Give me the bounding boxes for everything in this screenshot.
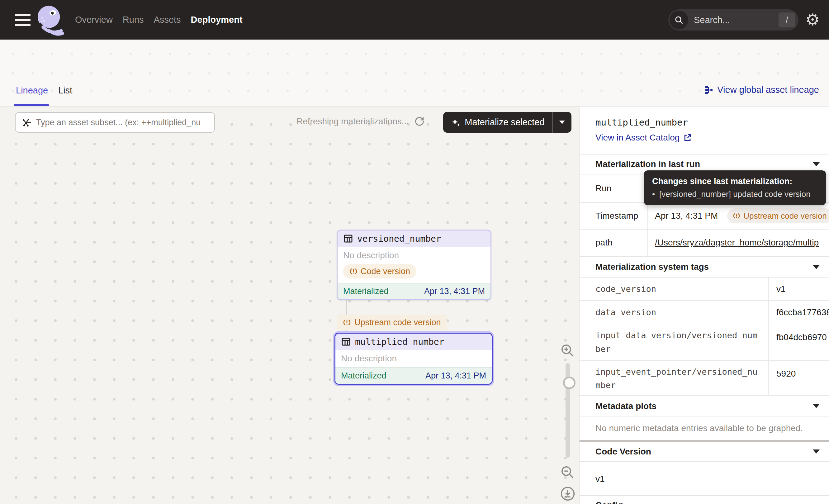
- dagster-logo-icon[interactable]: [34, 4, 67, 36]
- run-label: Run: [580, 174, 647, 202]
- asset-subset-input[interactable]: [36, 118, 209, 128]
- asset-node-body: No description: [335, 350, 492, 367]
- asset-subset-filter[interactable]: [15, 112, 215, 133]
- nav-item-assets[interactable]: Assets: [154, 15, 181, 25]
- upstream-code-version-badge[interactable]: Upstream code version: [337, 315, 447, 330]
- materialized-status: Materialized: [343, 287, 389, 296]
- caret-down-icon: [559, 120, 565, 124]
- upstream-code-version-pill[interactable]: Upstream code version: [727, 208, 829, 223]
- materialize-selected-label: Materialize selected: [465, 117, 544, 128]
- tag-key: code_version: [580, 278, 768, 300]
- nav-item-overview[interactable]: Overview: [75, 15, 113, 25]
- asset-node-body: No description Code version: [337, 247, 491, 283]
- code-version-icon: [350, 267, 358, 275]
- tag-value: f6ccba177638: [768, 301, 829, 324]
- metadata-plots-empty-text: No numeric metadata entries available to…: [596, 423, 803, 433]
- tag-key: input_event_pointer/versioned_number: [580, 361, 768, 396]
- refresh-icon[interactable]: [414, 116, 425, 127]
- graph-filter-icon: [21, 117, 32, 128]
- section-code-version[interactable]: Code Version: [580, 442, 829, 462]
- zoom-slider-handle[interactable]: [563, 376, 576, 389]
- section-header-label: Metadata plots: [596, 401, 656, 411]
- code-version-icon: [733, 212, 740, 220]
- tooltip-bullet: •: [652, 189, 655, 199]
- view-in-asset-catalog-link[interactable]: View in Asset Catalog: [596, 133, 692, 143]
- tag-row-input-data-version: input_data_version/versioned_number fb04…: [580, 324, 829, 361]
- view-in-asset-catalog-label: View in Asset Catalog: [596, 133, 680, 143]
- tag-row-data-version: data_version f6ccba177638: [580, 301, 829, 324]
- code-version-chip[interactable]: Code version: [343, 264, 417, 279]
- caret-down-icon: [813, 449, 820, 454]
- download-image-icon[interactable]: [560, 486, 576, 502]
- view-global-asset-lineage-label: View global asset lineage: [717, 85, 819, 95]
- view-tabs: Lineage List View global asset lineage: [0, 77, 829, 107]
- code-version-icon: [343, 318, 351, 326]
- refreshing-status-label: Refreshing materializations...: [296, 116, 409, 127]
- asset-node-header: versioned_number: [337, 230, 491, 247]
- caret-down-icon: [813, 404, 820, 408]
- section-header-label: Materialization in last run: [596, 159, 700, 169]
- sparkle-icon: [450, 117, 461, 128]
- tab-list[interactable]: List: [58, 85, 72, 96]
- tag-value: fb04dcb6970: [768, 324, 829, 360]
- hamburger-menu-icon[interactable]: [15, 14, 31, 26]
- materialized-timestamp[interactable]: Apr 13, 4:31 PM: [424, 287, 485, 296]
- lineage-canvas[interactable]: Refreshing materializations... Materiali…: [0, 107, 579, 504]
- materialized-timestamp[interactable]: Apr 13, 4:31 PM: [425, 371, 486, 381]
- timestamp-label: Timestamp: [580, 203, 647, 229]
- zoom-in-icon[interactable]: [560, 343, 575, 358]
- code-version-chip-label: Code version: [361, 267, 410, 276]
- caret-down-icon: [813, 162, 820, 166]
- section-config[interactable]: Config: [580, 495, 829, 504]
- zoom-out-icon[interactable]: [560, 465, 575, 480]
- panel-asset-title: multiplied_number: [596, 117, 688, 128]
- changes-tooltip: Changes since last materialization: • [v…: [644, 170, 826, 205]
- upstream-code-version-pill-label: Upstream code version: [743, 211, 827, 221]
- external-link-icon: [683, 133, 692, 142]
- lineage-graph-icon: [704, 85, 714, 95]
- tab-lineage[interactable]: Lineage: [16, 85, 48, 96]
- active-tab-underline: [14, 104, 49, 106]
- asset-node-footer: Materialized Apr 13, 4:31 PM: [335, 367, 492, 384]
- caret-down-icon: [813, 265, 820, 269]
- refreshing-status: Refreshing materializations...: [296, 116, 425, 127]
- asset-node-name: versioned_number: [357, 233, 441, 244]
- search-shortcut-key: /: [779, 12, 795, 27]
- asset-node-versioned-number[interactable]: versioned_number No description Code ver…: [337, 229, 492, 300]
- section-header-label: Materialization system tags: [596, 262, 709, 272]
- page-header: default Asset Group in dependencies_code…: [0, 40, 829, 77]
- tag-row-code-version: code_version v1: [580, 278, 829, 301]
- timestamp-value: Apr 13, 4:31 PM: [655, 211, 718, 221]
- tag-key: input_data_version/versioned_number: [580, 324, 768, 360]
- tooltip-item: [versioned_number] updated code version: [659, 189, 810, 199]
- tooltip-title: Changes since last materialization:: [652, 177, 818, 186]
- primary-nav: Overview Runs Assets Deployment: [75, 0, 243, 40]
- search-icon: [670, 10, 688, 29]
- asset-node-multiplied-number[interactable]: multiplied_number No description Materia…: [334, 333, 493, 385]
- section-materialization-system-tags[interactable]: Materialization system tags: [580, 256, 829, 278]
- asset-node-footer: Materialized Apr 13, 4:31 PM: [337, 283, 491, 299]
- asset-node-description: No description: [341, 354, 486, 363]
- tag-value: v1: [768, 278, 829, 300]
- tag-value: 5920: [768, 361, 829, 396]
- materialized-status: Materialized: [341, 371, 387, 381]
- asset-node-header: multiplied_number: [335, 334, 492, 350]
- settings-gear-icon[interactable]: ⚙: [805, 10, 820, 29]
- search-input[interactable]: [694, 15, 779, 25]
- top-nav: Overview Runs Assets Deployment / ⚙: [0, 0, 829, 40]
- nav-item-deployment[interactable]: Deployment: [191, 15, 243, 25]
- table-icon: [341, 337, 351, 347]
- path-link[interactable]: /Users/sryza/dagster_home/storage/multip: [655, 238, 819, 248]
- nav-item-runs[interactable]: Runs: [123, 15, 144, 25]
- section-metadata-plots[interactable]: Metadata plots: [580, 396, 829, 417]
- search-box[interactable]: /: [668, 9, 798, 31]
- materialize-options-dropdown[interactable]: [553, 120, 572, 124]
- table-icon: [343, 233, 353, 244]
- tag-row-input-event-pointer: input_event_pointer/versioned_number 592…: [580, 361, 829, 396]
- code-version-value: v1: [596, 474, 605, 484]
- materialize-selected-button[interactable]: Materialize selected: [443, 112, 572, 133]
- asset-node-name: multiplied_number: [355, 337, 444, 347]
- section-header-label: Code Version: [596, 447, 651, 457]
- view-global-asset-lineage-link[interactable]: View global asset lineage: [704, 85, 819, 95]
- path-row: path /Users/sryza/dagster_home/storage/m…: [580, 229, 829, 256]
